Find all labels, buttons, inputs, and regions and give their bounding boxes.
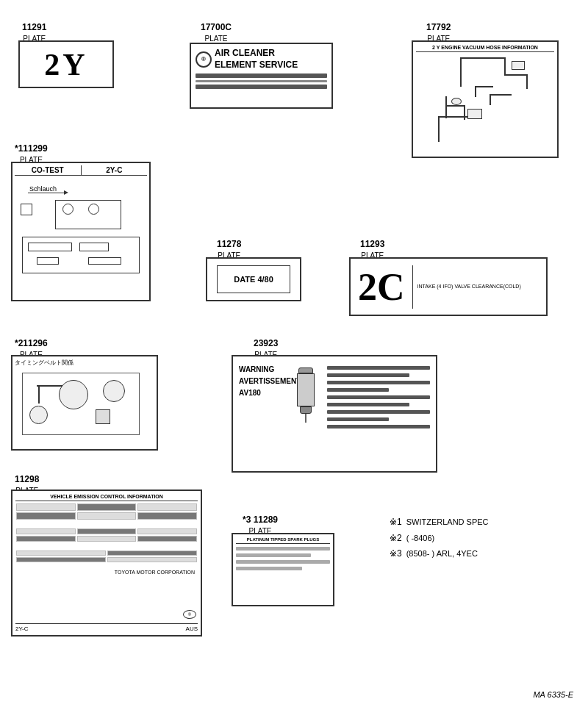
spark-line-2: [236, 553, 311, 557]
part-num-17792: 17792: [426, 22, 451, 34]
schlauch-arrow: [28, 193, 65, 193]
wl-4: [327, 388, 389, 392]
part-num-17700c: 17700C: [201, 22, 232, 34]
schlauch-label: Schlauch: [29, 185, 57, 193]
line-1: [196, 73, 327, 78]
pulley-1: [59, 380, 88, 409]
date-inner: DATE 4/80: [217, 265, 290, 293]
emit-col-14: [107, 551, 197, 556]
rect-inner-2: [79, 243, 109, 251]
note-text-3: (8508- ) ARL, 4YEC: [406, 547, 478, 562]
plate-box-211296: タイミングベルト関係: [11, 355, 158, 451]
part-num-11278: 11278: [217, 239, 241, 251]
note-sym-1: ※1: [390, 514, 402, 531]
plate-box-23923: WARNING AVERTISSEMENT AV180: [232, 355, 437, 473]
rect-inner-3: [37, 257, 59, 265]
wl-2: [327, 373, 409, 377]
wl-3: [327, 381, 430, 384]
warning-label: WARNING: [239, 364, 301, 376]
part-num-23923: 23923: [254, 338, 278, 350]
emission-title: VEHICLE EMISSION CONTROL INFORMATION: [15, 494, 198, 501]
emit-col-10: [16, 536, 76, 542]
plate-box-11278: DATE 4/80: [206, 257, 301, 301]
vacuum-hose-title: 2 Y ENGINE VACUUM HOSE INFORMATION: [416, 45, 554, 52]
part-num-11298: 11298: [15, 474, 39, 486]
av180-label: AV180: [239, 387, 301, 399]
device-circle-2: [88, 204, 99, 215]
emit-col-5: [77, 512, 137, 520]
vacuum-diagram: [416, 54, 554, 149]
date-text: DATE 4/80: [234, 275, 273, 284]
model-2: AUS: [186, 625, 198, 632]
part-label-17700c: 17700C PLATE: [201, 22, 232, 43]
spark-line-4: [236, 567, 302, 570]
pulley-2: [29, 406, 48, 424]
part-num-11289: *3 11289: [243, 514, 278, 526]
pulley-3: [103, 380, 125, 402]
spark-title: PLATINUM TIPPED SPARK PLUGS: [236, 537, 330, 544]
part-num-11291: 11291: [22, 22, 46, 34]
air-cleaner-text: AIR CLEANER ELEMENT SERVICE: [215, 48, 298, 71]
plate-box-11289: PLATINUM TIPPED SPARK PLUGS: [232, 533, 334, 606]
spark-line-3: [236, 560, 330, 564]
footer-text: MA 6335-E: [533, 690, 573, 699]
part-num-11299: *111299: [15, 143, 48, 155]
emit-col-2: [77, 503, 137, 511]
emit-col-3: [137, 503, 197, 511]
bottom-bar: 2Y-C AUS: [15, 623, 198, 632]
small-circle: [21, 204, 32, 215]
warning-lines: [327, 362, 430, 432]
emit-col-13: [16, 551, 106, 556]
emit-row-1: [15, 503, 198, 511]
wl-9: [327, 425, 430, 428]
wl-6: [327, 403, 409, 406]
note-sym-3: ※3: [390, 546, 402, 562]
rect-inner-4: [88, 257, 121, 265]
2c-text: 2C: [351, 265, 413, 309]
plate-box-17792: 2 Y ENGINE VACUUM HOSE INFORMATION: [412, 40, 559, 158]
belt-line-2: [37, 385, 62, 387]
notes-section: ※1 SWITZERLAND SPEC ※2 ( -8406) ※3 (8508…: [390, 514, 489, 562]
rect-mech: [96, 409, 110, 424]
wl-8: [327, 417, 389, 421]
emit-row-5: [15, 551, 198, 556]
emit-col-1: [16, 503, 76, 511]
spark-line-1: [236, 547, 330, 551]
2yc-label: 2Y-C: [82, 165, 148, 175]
plate-text-11291: 2Y: [44, 47, 87, 82]
emit-col-6: [137, 512, 197, 520]
emit-row-3: [15, 528, 198, 534]
part-num-211296: *211296: [15, 338, 48, 350]
plate-box-11298: VEHICLE EMISSION CONTROL INFORMATION: [11, 490, 202, 637]
part-type-17700c: PLATE: [201, 34, 232, 43]
emit-col-8: [77, 528, 137, 534]
plate-box-11299: CO-TEST 2Y-C Schlauch: [11, 162, 151, 301]
avertissement-label: AVERTISSEMENT: [239, 376, 301, 387]
note-text-1: SWITZERLAND SPEC: [406, 515, 489, 530]
note-1: ※1 SWITZERLAND SPEC: [390, 514, 489, 531]
toyota-logo-small: ®: [183, 610, 196, 619]
emit-col-16: [107, 557, 197, 562]
emit-row-6: [15, 557, 198, 562]
jp-title: タイミングベルト関係: [15, 359, 154, 367]
warning-text: WARNING AVERTISSEMENT AV180: [239, 364, 301, 399]
toyota-logo-circle: ®: [196, 51, 212, 68]
line-2: [196, 80, 327, 82]
emit-col-11: [77, 536, 137, 542]
emit-row-2: [15, 512, 198, 520]
emit-col-15: [16, 557, 106, 562]
cotest-diagram: Schlauch: [15, 178, 147, 288]
model-1: 2Y-C: [15, 625, 29, 632]
footer-reference: MA 6335-E: [533, 690, 573, 699]
emit-col-7: [16, 528, 76, 534]
note-text-2: ( -8406): [406, 531, 435, 546]
emit-col-9: [137, 528, 197, 534]
note-2: ※2 ( -8406): [390, 531, 489, 547]
emit-col-12: [137, 536, 197, 542]
valve-clearance-text: INTAKE (4 IFO) VALVE CLEARANCE(COLD): [413, 280, 526, 294]
part-num-11293: 11293: [360, 239, 384, 251]
plate-box-11291: 2Y: [18, 40, 114, 88]
mech-diagram: [15, 369, 154, 442]
plate-box-11293: 2C INTAKE (4 IFO) VALVE CLEARANCE(COLD): [349, 257, 548, 316]
emit-row-4: [15, 536, 198, 542]
